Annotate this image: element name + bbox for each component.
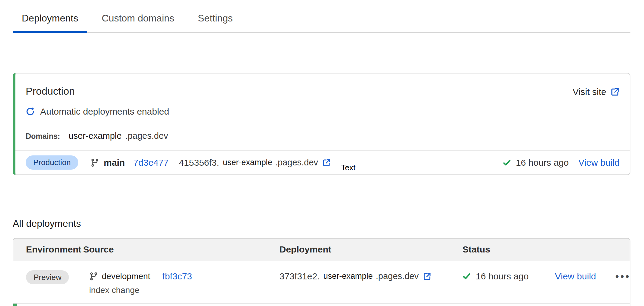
deployment-time: 16 hours ago <box>476 271 529 282</box>
column-header-deployment: Deployment <box>279 244 462 255</box>
production-deployment-row: Production main 7d3e477 415356f3. user-e… <box>15 151 630 174</box>
branch-name: main <box>104 157 125 168</box>
production-card-title: Production <box>26 85 75 97</box>
column-header-status: Status <box>462 244 555 255</box>
deployment-domain-suffix: .pages.dev <box>376 271 419 282</box>
tab-bar: Deployments Custom domains Settings <box>13 0 630 33</box>
git-branch-icon <box>90 158 99 167</box>
external-link-icon[interactable] <box>322 158 331 167</box>
all-deployments-title: All deployments <box>13 217 644 229</box>
environment-cell: Preview <box>26 270 83 285</box>
environment-badge-preview: Preview <box>26 270 69 285</box>
auto-deployments-status: Automatic deployments enabled <box>15 98 630 117</box>
domains-label: Domains: <box>26 132 60 141</box>
production-card-header: Production Visit site <box>15 73 630 98</box>
tab-deployments[interactable]: Deployments <box>13 0 87 32</box>
deployments-table: Environment Source Deployment Status Pre… <box>13 238 630 306</box>
tab-settings[interactable]: Settings <box>189 0 242 32</box>
external-link-icon <box>610 87 620 96</box>
table-header-row: Environment Source Deployment Status <box>13 239 630 261</box>
view-build-link[interactable]: View build <box>578 157 620 168</box>
status-cell: 16 hours ago <box>462 270 555 282</box>
view-build-cell: View build <box>555 270 615 282</box>
branch-name: development <box>102 271 150 282</box>
visit-site-link[interactable]: Visit site <box>573 86 620 98</box>
auto-deployments-text: Automatic deployments enabled <box>40 106 169 117</box>
deployment-id: 415356f3. <box>179 157 219 168</box>
refresh-icon <box>26 107 35 116</box>
check-icon <box>503 158 511 167</box>
environment-badge-production: Production <box>26 155 78 170</box>
deployment-note: Text <box>341 163 356 173</box>
external-link-icon[interactable] <box>423 272 431 281</box>
deployment-time: 16 hours ago <box>516 157 569 168</box>
git-branch-icon <box>89 272 98 281</box>
deployment-id: 373f31e2. <box>279 271 320 282</box>
production-row-green-edge <box>13 304 17 306</box>
domains-row: Domains: user-example .pages.dev <box>15 117 630 141</box>
source-cell: development fbf3c73 index change <box>83 270 279 295</box>
view-build-link[interactable]: View build <box>555 271 596 282</box>
production-card: Production Visit site Automatic deployme… <box>13 73 630 175</box>
column-header-source: Source <box>83 244 279 255</box>
commit-link[interactable]: fbf3c73 <box>162 271 192 282</box>
production-status-group: 16 hours ago View build <box>503 157 620 168</box>
ellipsis-icon[interactable]: ••• <box>615 270 631 282</box>
domain-name: user-example <box>69 130 122 141</box>
commit-link[interactable]: 7d3e477 <box>133 157 169 168</box>
deployment-domain: user-example <box>223 158 272 168</box>
check-icon <box>462 272 471 281</box>
deployment-domain: user-example <box>323 271 373 282</box>
visit-site-label: Visit site <box>573 86 606 98</box>
deployment-domain-suffix: .pages.dev <box>275 157 318 168</box>
column-header-environment: Environment <box>26 244 83 255</box>
tab-custom-domains[interactable]: Custom domains <box>93 0 183 32</box>
next-row-partial <box>13 304 630 306</box>
deployment-cell: 373f31e2. user-example .pages.dev <box>279 270 462 282</box>
commit-message: index change <box>89 285 279 295</box>
domain-suffix: .pages.dev <box>125 130 168 141</box>
table-row: Preview development fbf3c73 index change… <box>13 261 630 304</box>
more-actions-cell: ••• <box>615 270 631 282</box>
